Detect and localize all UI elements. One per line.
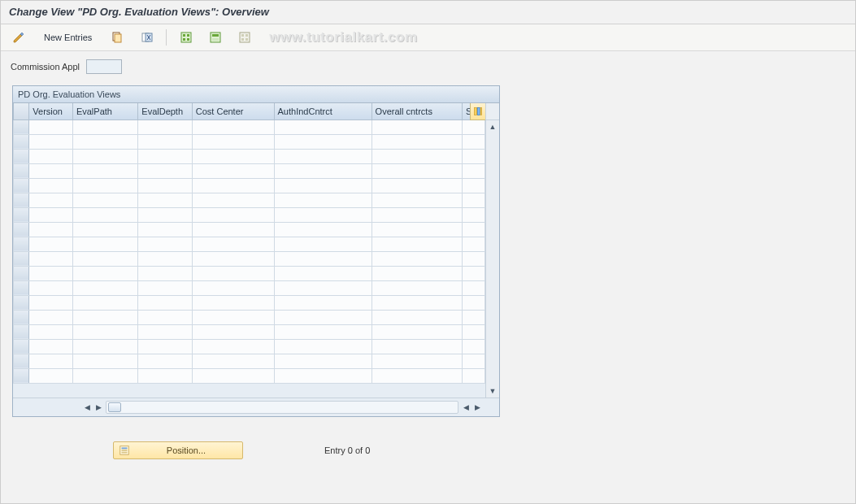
cell[interactable] — [138, 134, 192, 149]
row-selector[interactable] — [14, 251, 29, 266]
cell[interactable] — [463, 207, 485, 222]
cell[interactable] — [138, 163, 192, 178]
cell[interactable] — [72, 222, 137, 237]
scroll-right-step-icon[interactable]: ▶ — [93, 402, 104, 413]
table-row[interactable] — [14, 207, 485, 222]
cell[interactable] — [372, 237, 462, 251]
hscroll-thumb[interactable] — [108, 402, 121, 412]
cell[interactable] — [463, 280, 485, 295]
cell[interactable] — [463, 368, 485, 383]
cell[interactable] — [29, 251, 73, 266]
cell[interactable] — [72, 251, 137, 266]
cell[interactable] — [463, 193, 485, 207]
cell[interactable] — [274, 149, 372, 163]
cell[interactable] — [192, 222, 274, 237]
cell[interactable] — [29, 134, 73, 149]
cell[interactable] — [72, 237, 137, 251]
cell[interactable] — [29, 119, 73, 134]
table-row[interactable] — [14, 178, 485, 193]
cell[interactable] — [274, 163, 372, 178]
cell[interactable] — [372, 354, 462, 368]
cell[interactable] — [138, 237, 192, 251]
cell[interactable] — [372, 368, 462, 383]
cell[interactable] — [72, 134, 137, 149]
cell[interactable] — [72, 354, 137, 368]
cell[interactable] — [72, 119, 137, 134]
cell[interactable] — [463, 354, 485, 368]
cell[interactable] — [463, 119, 485, 134]
cell[interactable] — [372, 339, 462, 354]
cell[interactable] — [72, 207, 137, 222]
cell[interactable] — [138, 310, 192, 324]
cell[interactable] — [29, 310, 73, 324]
row-selector-header[interactable] — [14, 103, 29, 119]
delete-icon[interactable] — [133, 28, 159, 47]
table-row[interactable] — [14, 280, 485, 295]
row-selector[interactable] — [14, 149, 29, 163]
cell[interactable] — [138, 368, 192, 383]
row-selector[interactable] — [14, 193, 29, 207]
cell[interactable] — [463, 295, 485, 310]
row-selector[interactable] — [14, 222, 29, 237]
cell[interactable] — [274, 339, 372, 354]
cell[interactable] — [372, 310, 462, 324]
table-row[interactable] — [14, 163, 485, 178]
cell[interactable] — [274, 266, 372, 280]
cell[interactable] — [463, 222, 485, 237]
cell[interactable] — [192, 368, 274, 383]
cell[interactable] — [72, 163, 137, 178]
copy-as-icon[interactable] — [104, 28, 130, 47]
table-row[interactable] — [14, 295, 485, 310]
cell[interactable] — [372, 178, 462, 193]
cell[interactable] — [138, 280, 192, 295]
cell[interactable] — [372, 280, 462, 295]
row-selector[interactable] — [14, 310, 29, 324]
row-selector[interactable] — [14, 354, 29, 368]
row-selector[interactable] — [14, 280, 29, 295]
row-selector[interactable] — [14, 266, 29, 280]
cell[interactable] — [138, 207, 192, 222]
cell[interactable] — [138, 339, 192, 354]
cell[interactable] — [372, 163, 462, 178]
cell[interactable] — [29, 163, 73, 178]
cell[interactable] — [29, 295, 73, 310]
cell[interactable] — [192, 251, 274, 266]
cell[interactable] — [138, 193, 192, 207]
col-header-evaldepth[interactable]: EvalDepth — [138, 103, 192, 119]
table-row[interactable] — [14, 193, 485, 207]
cell[interactable] — [192, 280, 274, 295]
cell[interactable] — [72, 295, 137, 310]
cell[interactable] — [463, 149, 485, 163]
position-button[interactable]: Position... — [113, 441, 243, 459]
cell[interactable] — [372, 251, 462, 266]
scroll-left-icon[interactable]: ◀ — [81, 402, 93, 413]
cell[interactable] — [72, 149, 137, 163]
cell[interactable] — [29, 222, 73, 237]
cell[interactable] — [274, 354, 372, 368]
cell[interactable] — [463, 237, 485, 251]
vscroll-track[interactable] — [486, 133, 499, 385]
cell[interactable] — [29, 280, 73, 295]
cell[interactable] — [274, 178, 372, 193]
cell[interactable] — [274, 295, 372, 310]
cell[interactable] — [72, 310, 137, 324]
deselect-all-icon[interactable] — [232, 28, 258, 47]
table-row[interactable] — [14, 368, 485, 383]
row-selector[interactable] — [14, 134, 29, 149]
toggle-change-icon[interactable] — [6, 28, 32, 47]
cell[interactable] — [372, 149, 462, 163]
table-row[interactable] — [14, 134, 485, 149]
cell[interactable] — [192, 134, 274, 149]
cell[interactable] — [72, 266, 137, 280]
cell[interactable] — [138, 222, 192, 237]
cell[interactable] — [192, 295, 274, 310]
cell[interactable] — [463, 163, 485, 178]
cell[interactable] — [138, 266, 192, 280]
cell[interactable] — [463, 134, 485, 149]
configure-columns-icon[interactable] — [470, 103, 485, 120]
scroll-right-icon[interactable]: ▶ — [471, 402, 483, 413]
row-selector[interactable] — [14, 339, 29, 354]
cell[interactable] — [192, 266, 274, 280]
cell[interactable] — [138, 119, 192, 134]
cell[interactable] — [138, 149, 192, 163]
